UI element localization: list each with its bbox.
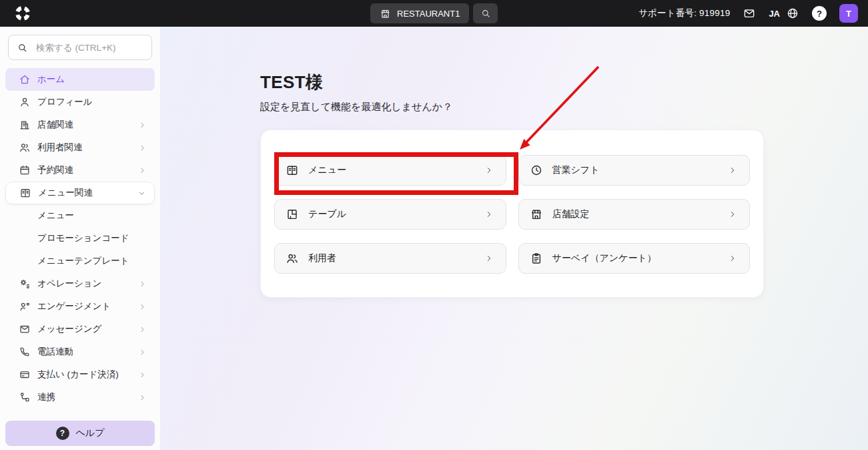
engagement-icon (19, 300, 31, 312)
sidebar-item-user-related[interactable]: 利用者関連 (5, 136, 155, 159)
restaurant-name: RESTAURANT1 (397, 9, 460, 19)
support-number-label: サポート番号: 919919 (638, 7, 730, 19)
sidebar-item-menu-template[interactable]: メニューテンプレート (5, 250, 155, 272)
restaurant-selector-button[interactable]: RESTAURANT1 (370, 3, 469, 23)
shortcut-label: テーブル (308, 208, 475, 220)
sidebar-item-home[interactable]: ホーム (5, 68, 155, 91)
menu-book-icon (19, 187, 31, 199)
search-icon (480, 8, 491, 19)
sidebar-item-label: メニューテンプレート (37, 255, 147, 267)
help-button[interactable]: ? ヘルプ (5, 421, 155, 446)
main-content: TEST様 設定を見直して機能を最適化しませんか？ メニュー営業シフトテーブル店… (160, 27, 868, 450)
top-bar: RESTAURANT1 サポート番号: 919919 JA ? T (0, 0, 868, 27)
sidebar-item-messaging[interactable]: メッセージング (5, 318, 155, 341)
home-icon (19, 73, 31, 85)
sidebar-item-integration[interactable]: 連携 (5, 386, 155, 409)
survey-icon (530, 252, 543, 265)
sidebar-item-label: 予約関連 (37, 164, 131, 176)
chevron-right-icon (138, 325, 147, 334)
sidebar-search-input[interactable] (35, 42, 143, 53)
page-subtitle: 設定を見直して機能を最適化しませんか？ (260, 101, 868, 114)
sidebar-nav: ホームプロフィール店舗関連利用者関連予約関連メニュー関連メニュープロモーションコ… (0, 60, 160, 421)
sidebar-item-store-related[interactable]: 店舗関連 (5, 114, 155, 136)
sidebar-item-label: 電話連動 (37, 346, 131, 358)
chevron-right-icon (138, 348, 147, 357)
storefront-icon (380, 8, 391, 19)
storefront-icon (530, 208, 543, 221)
chevron-right-icon (728, 210, 737, 219)
shortcut-store-settings-button[interactable]: 店舗設定 (518, 199, 751, 230)
setup-shortcuts-card: メニュー営業シフトテーブル店舗設定利用者サーベイ（アンケート） (260, 130, 764, 298)
help-button-label: ヘルプ (76, 427, 105, 439)
menu-book-icon (286, 164, 299, 177)
sidebar-item-operation[interactable]: オペレーション (5, 272, 155, 295)
language-switcher[interactable]: JA (769, 7, 799, 20)
chevron-right-icon (138, 144, 147, 152)
sidebar-item-label: プロフィール (37, 96, 147, 108)
topbar-search-button[interactable] (473, 3, 498, 23)
phone-icon (19, 346, 31, 358)
chevron-down-icon (137, 189, 146, 198)
sidebar-item-label: エンゲージメント (37, 300, 131, 312)
chevron-right-icon (484, 210, 494, 219)
sidebar-search-box[interactable] (8, 35, 152, 60)
profile-icon (19, 96, 31, 108)
shortcut-table-button[interactable]: テーブル (274, 199, 506, 230)
sidebar-item-label: 利用者関連 (37, 142, 131, 154)
language-label: JA (769, 9, 780, 19)
building-icon (19, 119, 31, 131)
sidebar-item-label: メッセージング (37, 323, 131, 335)
shortcut-label: 店舗設定 (552, 208, 719, 220)
chevron-right-icon (138, 166, 147, 175)
avatar[interactable]: T (839, 4, 858, 23)
sidebar-item-label: プロモーションコード (37, 232, 147, 244)
chevron-right-icon (484, 254, 494, 263)
sidebar-item-label: 店舗関連 (37, 119, 131, 131)
app-logo-icon (14, 5, 31, 22)
shortcut-survey-button[interactable]: サーベイ（アンケート） (518, 243, 751, 274)
clock-icon (530, 164, 543, 177)
operations-icon (19, 278, 31, 290)
globe-icon (786, 7, 799, 20)
sidebar-item-label: ホーム (37, 73, 147, 85)
sidebar-item-engagement[interactable]: エンゲージメント (5, 295, 155, 318)
chevron-right-icon (728, 166, 737, 175)
sidebar-item-label: オペレーション (37, 278, 131, 290)
search-icon (17, 42, 28, 53)
chevron-right-icon (138, 393, 147, 402)
shortcut-label: 営業シフト (552, 164, 719, 176)
chevron-right-icon (484, 166, 494, 175)
shortcut-label: 利用者 (308, 252, 475, 264)
card-icon (19, 369, 31, 381)
page-title: TEST様 (260, 71, 868, 94)
chevron-right-icon (138, 121, 147, 130)
sidebar-item-menu[interactable]: メニュー (5, 204, 155, 227)
mail-icon[interactable] (743, 7, 756, 20)
users-icon (19, 142, 31, 154)
sidebar-item-payment[interactable]: 支払い (カード決済) (5, 363, 155, 386)
chevron-right-icon (138, 280, 147, 288)
sidebar-item-reservation-related[interactable]: 予約関連 (5, 159, 155, 182)
floorplan-icon (286, 208, 299, 221)
sidebar-item-label: メニュー (37, 210, 147, 222)
shortcut-menu-button[interactable]: メニュー (274, 155, 506, 186)
chevron-right-icon (728, 254, 737, 263)
shortcut-users-button[interactable]: 利用者 (274, 243, 506, 274)
chevron-right-icon (138, 371, 147, 379)
topbar-right-group: サポート番号: 919919 JA ? T (638, 4, 868, 23)
sidebar-item-menu-related[interactable]: メニュー関連 (5, 182, 155, 204)
shortcut-business-shift-button[interactable]: 営業シフト (518, 155, 751, 186)
sidebar-item-profile[interactable]: プロフィール (5, 91, 155, 114)
sidebar-item-label: 支払い (カード決済) (37, 369, 131, 381)
help-icon[interactable]: ? (812, 6, 827, 21)
sidebar-item-label: 連携 (37, 391, 131, 403)
calendar-icon (19, 164, 31, 176)
shortcut-label: サーベイ（アンケート） (552, 252, 719, 264)
integration-icon (19, 391, 31, 403)
question-icon: ? (56, 427, 69, 440)
shortcut-label: メニュー (308, 164, 475, 176)
sidebar-item-phone-link[interactable]: 電話連動 (5, 341, 155, 363)
sidebar-item-promotion-code[interactable]: プロモーションコード (5, 227, 155, 250)
users-icon (286, 252, 299, 265)
shortcuts-grid: メニュー営業シフトテーブル店舗設定利用者サーベイ（アンケート） (274, 155, 750, 274)
